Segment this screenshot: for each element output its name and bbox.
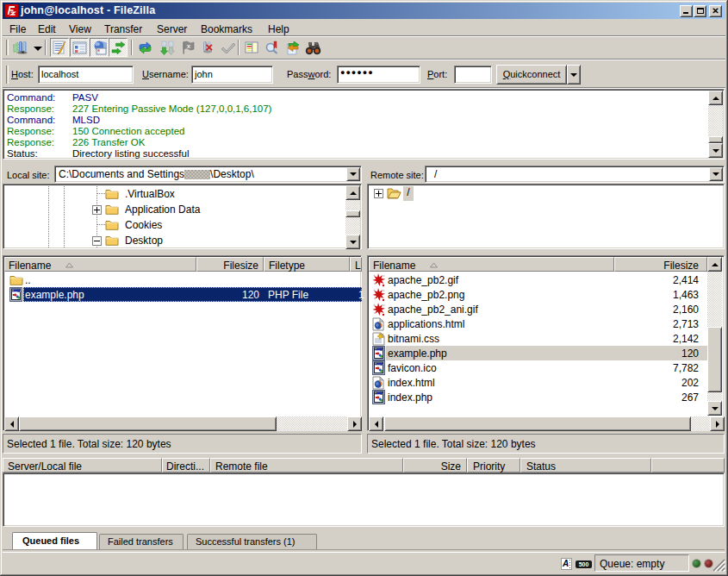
svg-text:x: x — [187, 42, 191, 50]
